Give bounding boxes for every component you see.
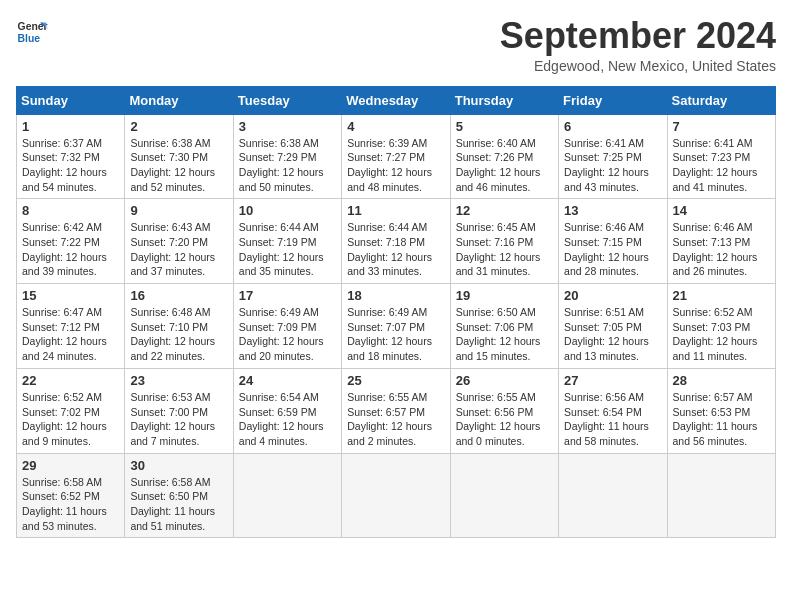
col-header-sunday: Sunday xyxy=(17,86,125,114)
day-info: Sunrise: 6:54 AM Sunset: 6:59 PM Dayligh… xyxy=(239,390,336,449)
day-cell: 17Sunrise: 6:49 AM Sunset: 7:09 PM Dayli… xyxy=(233,284,341,369)
day-cell: 13Sunrise: 6:46 AM Sunset: 7:15 PM Dayli… xyxy=(559,199,667,284)
day-info: Sunrise: 6:37 AM Sunset: 7:32 PM Dayligh… xyxy=(22,136,119,195)
day-info: Sunrise: 6:43 AM Sunset: 7:20 PM Dayligh… xyxy=(130,220,227,279)
day-number: 15 xyxy=(22,288,119,303)
day-cell: 21Sunrise: 6:52 AM Sunset: 7:03 PM Dayli… xyxy=(667,284,775,369)
day-cell: 25Sunrise: 6:55 AM Sunset: 6:57 PM Dayli… xyxy=(342,368,450,453)
day-number: 9 xyxy=(130,203,227,218)
day-cell: 28Sunrise: 6:57 AM Sunset: 6:53 PM Dayli… xyxy=(667,368,775,453)
day-cell: 3Sunrise: 6:38 AM Sunset: 7:29 PM Daylig… xyxy=(233,114,341,199)
day-number: 28 xyxy=(673,373,770,388)
day-number: 29 xyxy=(22,458,119,473)
day-cell: 5Sunrise: 6:40 AM Sunset: 7:26 PM Daylig… xyxy=(450,114,558,199)
day-cell: 15Sunrise: 6:47 AM Sunset: 7:12 PM Dayli… xyxy=(17,284,125,369)
day-cell: 16Sunrise: 6:48 AM Sunset: 7:10 PM Dayli… xyxy=(125,284,233,369)
day-info: Sunrise: 6:50 AM Sunset: 7:06 PM Dayligh… xyxy=(456,305,553,364)
calendar-table: SundayMondayTuesdayWednesdayThursdayFrid… xyxy=(16,86,776,539)
day-number: 17 xyxy=(239,288,336,303)
col-header-wednesday: Wednesday xyxy=(342,86,450,114)
day-info: Sunrise: 6:53 AM Sunset: 7:00 PM Dayligh… xyxy=(130,390,227,449)
day-number: 12 xyxy=(456,203,553,218)
day-number: 11 xyxy=(347,203,444,218)
day-cell xyxy=(667,453,775,538)
day-info: Sunrise: 6:49 AM Sunset: 7:07 PM Dayligh… xyxy=(347,305,444,364)
day-cell: 9Sunrise: 6:43 AM Sunset: 7:20 PM Daylig… xyxy=(125,199,233,284)
week-row-5: 29Sunrise: 6:58 AM Sunset: 6:52 PM Dayli… xyxy=(17,453,776,538)
day-number: 26 xyxy=(456,373,553,388)
day-cell: 29Sunrise: 6:58 AM Sunset: 6:52 PM Dayli… xyxy=(17,453,125,538)
day-number: 1 xyxy=(22,119,119,134)
day-number: 22 xyxy=(22,373,119,388)
day-cell: 14Sunrise: 6:46 AM Sunset: 7:13 PM Dayli… xyxy=(667,199,775,284)
logo-icon: General Blue xyxy=(16,16,48,48)
day-cell: 7Sunrise: 6:41 AM Sunset: 7:23 PM Daylig… xyxy=(667,114,775,199)
day-info: Sunrise: 6:45 AM Sunset: 7:16 PM Dayligh… xyxy=(456,220,553,279)
day-number: 2 xyxy=(130,119,227,134)
day-info: Sunrise: 6:57 AM Sunset: 6:53 PM Dayligh… xyxy=(673,390,770,449)
day-info: Sunrise: 6:58 AM Sunset: 6:52 PM Dayligh… xyxy=(22,475,119,534)
day-cell: 8Sunrise: 6:42 AM Sunset: 7:22 PM Daylig… xyxy=(17,199,125,284)
day-number: 20 xyxy=(564,288,661,303)
day-info: Sunrise: 6:41 AM Sunset: 7:23 PM Dayligh… xyxy=(673,136,770,195)
day-info: Sunrise: 6:52 AM Sunset: 7:02 PM Dayligh… xyxy=(22,390,119,449)
day-number: 23 xyxy=(130,373,227,388)
day-info: Sunrise: 6:40 AM Sunset: 7:26 PM Dayligh… xyxy=(456,136,553,195)
week-row-2: 8Sunrise: 6:42 AM Sunset: 7:22 PM Daylig… xyxy=(17,199,776,284)
week-row-4: 22Sunrise: 6:52 AM Sunset: 7:02 PM Dayli… xyxy=(17,368,776,453)
col-header-tuesday: Tuesday xyxy=(233,86,341,114)
day-number: 27 xyxy=(564,373,661,388)
day-number: 10 xyxy=(239,203,336,218)
day-cell: 30Sunrise: 6:58 AM Sunset: 6:50 PM Dayli… xyxy=(125,453,233,538)
day-cell: 11Sunrise: 6:44 AM Sunset: 7:18 PM Dayli… xyxy=(342,199,450,284)
day-info: Sunrise: 6:51 AM Sunset: 7:05 PM Dayligh… xyxy=(564,305,661,364)
day-cell: 12Sunrise: 6:45 AM Sunset: 7:16 PM Dayli… xyxy=(450,199,558,284)
day-number: 5 xyxy=(456,119,553,134)
day-cell: 22Sunrise: 6:52 AM Sunset: 7:02 PM Dayli… xyxy=(17,368,125,453)
day-number: 16 xyxy=(130,288,227,303)
col-header-friday: Friday xyxy=(559,86,667,114)
day-info: Sunrise: 6:38 AM Sunset: 7:29 PM Dayligh… xyxy=(239,136,336,195)
day-cell: 19Sunrise: 6:50 AM Sunset: 7:06 PM Dayli… xyxy=(450,284,558,369)
day-info: Sunrise: 6:44 AM Sunset: 7:19 PM Dayligh… xyxy=(239,220,336,279)
day-info: Sunrise: 6:52 AM Sunset: 7:03 PM Dayligh… xyxy=(673,305,770,364)
day-number: 25 xyxy=(347,373,444,388)
logo: General Blue xyxy=(16,16,48,48)
day-info: Sunrise: 6:42 AM Sunset: 7:22 PM Dayligh… xyxy=(22,220,119,279)
col-header-monday: Monday xyxy=(125,86,233,114)
svg-text:Blue: Blue xyxy=(18,33,41,44)
day-cell: 24Sunrise: 6:54 AM Sunset: 6:59 PM Dayli… xyxy=(233,368,341,453)
day-number: 7 xyxy=(673,119,770,134)
day-cell: 4Sunrise: 6:39 AM Sunset: 7:27 PM Daylig… xyxy=(342,114,450,199)
day-info: Sunrise: 6:44 AM Sunset: 7:18 PM Dayligh… xyxy=(347,220,444,279)
col-header-saturday: Saturday xyxy=(667,86,775,114)
day-cell: 2Sunrise: 6:38 AM Sunset: 7:30 PM Daylig… xyxy=(125,114,233,199)
day-number: 3 xyxy=(239,119,336,134)
day-info: Sunrise: 6:47 AM Sunset: 7:12 PM Dayligh… xyxy=(22,305,119,364)
day-number: 19 xyxy=(456,288,553,303)
day-number: 14 xyxy=(673,203,770,218)
day-cell: 6Sunrise: 6:41 AM Sunset: 7:25 PM Daylig… xyxy=(559,114,667,199)
day-info: Sunrise: 6:46 AM Sunset: 7:15 PM Dayligh… xyxy=(564,220,661,279)
day-number: 8 xyxy=(22,203,119,218)
day-cell xyxy=(450,453,558,538)
day-info: Sunrise: 6:46 AM Sunset: 7:13 PM Dayligh… xyxy=(673,220,770,279)
day-info: Sunrise: 6:41 AM Sunset: 7:25 PM Dayligh… xyxy=(564,136,661,195)
day-info: Sunrise: 6:38 AM Sunset: 7:30 PM Dayligh… xyxy=(130,136,227,195)
day-number: 21 xyxy=(673,288,770,303)
col-header-thursday: Thursday xyxy=(450,86,558,114)
day-cell: 23Sunrise: 6:53 AM Sunset: 7:00 PM Dayli… xyxy=(125,368,233,453)
day-cell xyxy=(233,453,341,538)
day-cell: 26Sunrise: 6:55 AM Sunset: 6:56 PM Dayli… xyxy=(450,368,558,453)
day-number: 6 xyxy=(564,119,661,134)
day-number: 24 xyxy=(239,373,336,388)
month-year: September 2024 xyxy=(500,16,776,56)
day-info: Sunrise: 6:39 AM Sunset: 7:27 PM Dayligh… xyxy=(347,136,444,195)
day-number: 18 xyxy=(347,288,444,303)
week-row-3: 15Sunrise: 6:47 AM Sunset: 7:12 PM Dayli… xyxy=(17,284,776,369)
day-cell: 10Sunrise: 6:44 AM Sunset: 7:19 PM Dayli… xyxy=(233,199,341,284)
page-header: General Blue September 2024 Edgewood, Ne… xyxy=(16,16,776,74)
day-cell: 18Sunrise: 6:49 AM Sunset: 7:07 PM Dayli… xyxy=(342,284,450,369)
day-info: Sunrise: 6:49 AM Sunset: 7:09 PM Dayligh… xyxy=(239,305,336,364)
day-number: 13 xyxy=(564,203,661,218)
